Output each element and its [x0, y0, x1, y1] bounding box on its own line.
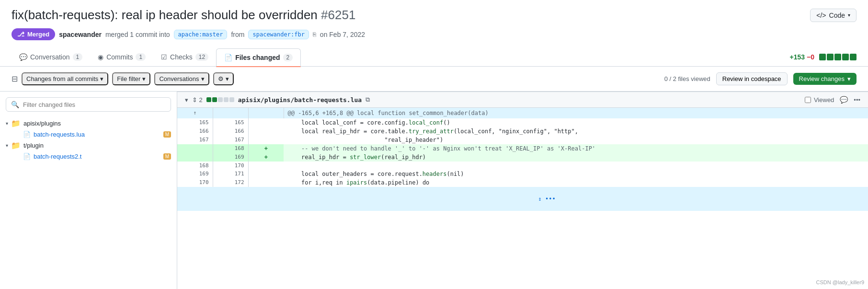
- line-num-old: 167: [177, 136, 213, 144]
- expand-down-icon[interactable]: ⇕ •••: [538, 196, 556, 202]
- hunk-expand-up[interactable]: ↑: [177, 108, 213, 118]
- file-batch-requests-lua[interactable]: 📄 batch-requests.lua M: [13, 129, 171, 139]
- line-content: -- we don't need to handle '_' to '-' as…: [284, 144, 868, 153]
- tab-commits[interactable]: ◉ Commits 1: [90, 48, 153, 67]
- file-modified-badge: M: [163, 153, 171, 160]
- files-changed-icon: 📄: [224, 54, 232, 61]
- line-content: [284, 162, 868, 170]
- tab-checks-count: 12: [195, 53, 208, 61]
- folder-t-plugin[interactable]: ▾ 📁 t/plugin: [6, 139, 171, 151]
- diff-line-168-add: 168 + -- we don't need to handle '_' to …: [177, 144, 868, 153]
- line-num-new: 165: [213, 118, 248, 127]
- line-num-new: 172: [213, 178, 248, 187]
- page: fix(batch-requests): real ip header shou…: [0, 0, 868, 289]
- more-options-icon[interactable]: •••: [854, 96, 860, 104]
- line-num-old: 170: [177, 178, 213, 187]
- pr-title-text: fix(batch-requests): real ip header shou…: [11, 8, 318, 22]
- chevron-down-icon: ▾: [100, 75, 103, 82]
- changes-from-filter[interactable]: Changes from all commits ▾: [22, 72, 108, 85]
- line-content: real_ip_hdr = str_lower(real_ip_hdr): [284, 153, 868, 162]
- plus-cell: [248, 162, 284, 170]
- diff-file-actions: Viewed 💬 •••: [805, 96, 860, 104]
- head-branch[interactable]: spacewander:fbr: [248, 30, 308, 39]
- folder-name: t/plugin: [23, 142, 44, 149]
- copy-path-icon[interactable]: ⧉: [365, 96, 370, 104]
- review-changes-button[interactable]: Review changes ▾: [793, 73, 857, 85]
- search-input[interactable]: [23, 101, 166, 108]
- tab-conversation-count: 1: [73, 53, 83, 61]
- tab-conversation[interactable]: 💬 Conversation 1: [11, 48, 90, 67]
- settings-button[interactable]: ⚙ ▾: [213, 72, 234, 85]
- pr-title-row: fix(batch-requests): real ip header shou…: [11, 8, 857, 23]
- viewed-input[interactable]: [805, 97, 811, 103]
- search-icon: 🔍: [11, 101, 19, 108]
- main-content: 🔍 ▾ 📁 apisix/plugins 📄 batch-requests.lu…: [0, 92, 868, 289]
- tab-files-changed[interactable]: 📄 Files changed 2: [216, 48, 301, 67]
- search-box[interactable]: 🔍: [6, 97, 171, 112]
- file-icon: 📄: [23, 131, 31, 138]
- diff-line-169-add: 169 + real_ip_hdr = str_lower(real_ip_hd…: [177, 153, 868, 162]
- diff-collapse-icon[interactable]: ▾: [185, 96, 188, 104]
- pr-author[interactable]: spacewander: [59, 31, 102, 38]
- folder-icon: 📁: [11, 119, 21, 128]
- tabs-bar: 💬 Conversation 1 ◉ Commits 1 ☑ Checks 12…: [0, 48, 868, 67]
- review-codespace-label: Review in codespace: [722, 75, 781, 82]
- hunk-line-num: [213, 108, 248, 118]
- viewed-checkbox[interactable]: Viewed: [805, 96, 834, 104]
- hunk-line-num-2: [248, 108, 284, 118]
- chevron-down-icon: ▾: [201, 75, 205, 82]
- chevron-down-icon: ▾: [142, 75, 146, 82]
- tab-checks[interactable]: ☑ Checks 12: [153, 48, 216, 67]
- diff-line-167: 167 167 "real_ip_header"): [177, 136, 868, 144]
- line-num-new: 167: [213, 136, 248, 144]
- plus-cell: [248, 118, 284, 127]
- comment-icon[interactable]: 💬: [840, 96, 848, 104]
- diff-expand-bottom[interactable]: ⇕ •••: [177, 187, 868, 211]
- file-tree: ▾ 📁 apisix/plugins 📄 batch-requests.lua …: [6, 117, 171, 162]
- diff-stat-block-3: [218, 97, 223, 102]
- files-toolbar: ⊟ Changes from all commits ▾ File filter…: [0, 67, 868, 92]
- conversation-icon: 💬: [19, 53, 27, 61]
- file-name: batch-requests2.t: [34, 153, 81, 160]
- plus-cell: [248, 136, 284, 144]
- diff-stat-block-1: [206, 97, 211, 102]
- diff-stat-block-4: [224, 97, 228, 102]
- toolbar-left: ⊟ Changes from all commits ▾ File filter…: [11, 72, 661, 85]
- files-viewed-count: 0 / 2 files viewed: [664, 75, 710, 82]
- review-codespace-button[interactable]: Review in codespace: [716, 72, 788, 85]
- tab-conversation-label: Conversation: [30, 53, 70, 61]
- sidebar-toggle-icon[interactable]: ⊟: [11, 74, 18, 83]
- copy-icon[interactable]: ⎘: [313, 31, 316, 38]
- code-button[interactable]: </> Code ▾: [810, 9, 857, 22]
- checks-icon: ☑: [161, 53, 167, 61]
- file-icon: 📄: [23, 153, 31, 160]
- diff-stat-block-2: [212, 97, 217, 102]
- diff-line-169-171: 169 171 local outer_headers = core.reque…: [177, 170, 868, 178]
- viewed-label: Viewed: [814, 96, 834, 104]
- chevron-down-icon: ▾: [226, 75, 229, 82]
- diff-hunk-header: ↑ @@ -165,6 +165,8 @@ local function set…: [177, 108, 868, 118]
- base-branch[interactable]: apache:master: [174, 30, 228, 39]
- chevron-down-icon: ▾: [6, 143, 8, 148]
- line-num-new: 168: [213, 144, 248, 153]
- conversations-label: Conversations: [159, 75, 199, 82]
- line-content: local outer_headers = core.request.heade…: [284, 170, 868, 178]
- pr-meta: ⎇ Merged spacewander merged 1 commit int…: [11, 28, 857, 40]
- folder-apisix-plugins[interactable]: ▾ 📁 apisix/plugins: [6, 117, 171, 129]
- line-num-old: [177, 144, 213, 153]
- tab-files-changed-label: Files changed: [235, 54, 280, 61]
- diff-stats: +153 −0: [789, 53, 857, 61]
- toolbar-right: 0 / 2 files viewed Review in codespace R…: [664, 72, 857, 85]
- file-filter-button[interactable]: File filter ▾: [112, 72, 150, 85]
- diff-line-168-170: 168 170: [177, 162, 868, 170]
- diff-block-4: [842, 54, 849, 60]
- diff-block-5: [850, 54, 857, 60]
- line-num-new: 170: [213, 162, 248, 170]
- line-num-old: 166: [177, 127, 213, 136]
- line-content: local local_conf = core.config.local_con…: [284, 118, 868, 127]
- conversations-filter[interactable]: Conversations ▾: [154, 72, 209, 85]
- pr-date: on Feb 7, 2022: [320, 31, 365, 38]
- file-batch-requests2-t[interactable]: 📄 batch-requests2.t M: [13, 151, 171, 162]
- folder-t-plugin-contents: 📄 batch-requests2.t M: [6, 151, 171, 162]
- diff-area: ▾ ⇕ 2 apisix/plugins/batch-requests.lua …: [177, 92, 868, 289]
